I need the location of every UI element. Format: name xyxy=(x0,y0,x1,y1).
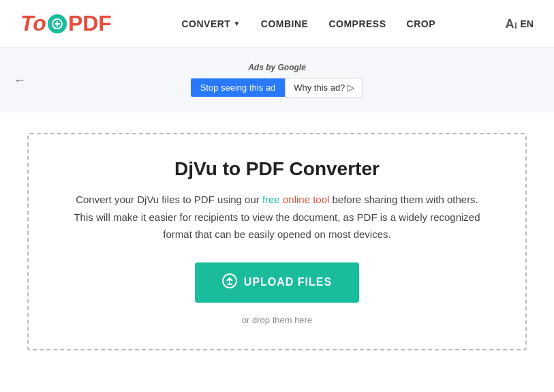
lang-label: EN xyxy=(521,18,534,29)
ad-buttons: Stop seeing this ad Why this ad? ▷ xyxy=(191,78,364,97)
logo-pdf: PDF xyxy=(68,11,112,36)
stop-seeing-button[interactable]: Stop seeing this ad xyxy=(191,78,286,97)
logo[interactable]: To PDF xyxy=(20,11,112,36)
header: To PDF CONVERT ▼ COMBINE COMPRESS CROP A… xyxy=(0,0,554,48)
nav-compress[interactable]: COMPRESS xyxy=(328,18,386,29)
language-selector[interactable]: Aᵢ EN xyxy=(506,16,534,31)
nav-combine[interactable]: COMBINE xyxy=(261,18,309,29)
translate-icon: Aᵢ xyxy=(506,16,517,31)
upload-label: UPLOAD FILES xyxy=(244,276,332,288)
upload-icon xyxy=(222,273,237,292)
nav-crop[interactable]: CROP xyxy=(407,18,435,29)
chevron-down-icon: ▼ xyxy=(233,20,240,27)
play-icon: ▷ xyxy=(348,82,354,93)
ads-by-google-label: Ads by Google xyxy=(248,63,306,72)
logo-circle-icon xyxy=(48,14,67,33)
converter-description: Convert your DjVu files to PDF using our… xyxy=(70,191,484,243)
highlight-free: free xyxy=(262,194,280,205)
why-this-ad-button[interactable]: Why this ad? ▷ xyxy=(285,78,363,97)
nav-convert[interactable]: CONVERT ▼ xyxy=(181,18,240,29)
logo-to: To xyxy=(20,11,46,36)
ad-back-button[interactable]: ← xyxy=(14,73,26,87)
drop-text: or drop them here xyxy=(242,315,312,325)
converter-box: DjVu to PDF Converter Convert your DjVu … xyxy=(27,133,527,350)
ad-section: ← Ads by Google Stop seeing this ad Why … xyxy=(0,48,554,112)
why-this-ad-label: Why this ad? xyxy=(294,82,345,93)
converter-title: DjVu to PDF Converter xyxy=(70,158,484,180)
upload-files-button[interactable]: UPLOAD FILES xyxy=(195,262,359,303)
nav-convert-label: CONVERT xyxy=(181,18,230,29)
main-content: DjVu to PDF Converter Convert your DjVu … xyxy=(0,112,554,371)
nav: CONVERT ▼ COMBINE COMPRESS CROP xyxy=(181,18,435,29)
